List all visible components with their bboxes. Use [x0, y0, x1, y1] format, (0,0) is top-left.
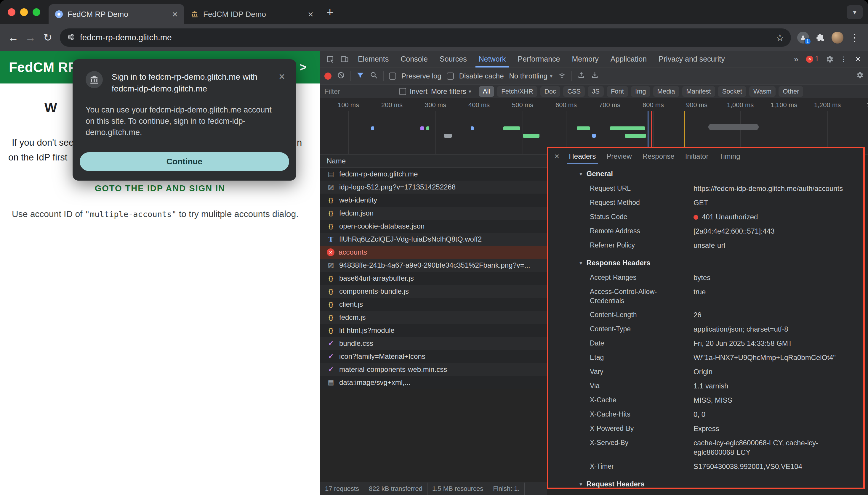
section-header[interactable]: ▾Response Headers	[548, 255, 863, 271]
filter-chip-doc[interactable]: Doc	[540, 86, 560, 97]
goto-idp-link[interactable]: GOTO THE IDP AND SIGN IN	[0, 184, 320, 193]
continue-button[interactable]: Continue	[80, 152, 289, 171]
new-tab-button[interactable]: +	[327, 6, 333, 19]
devtools-tab-application[interactable]: Application	[605, 51, 653, 68]
section-header[interactable]: ▾Request Headers	[548, 476, 863, 488]
devtools-tab-privacy-and-security[interactable]: Privacy and security	[653, 51, 731, 68]
headers-panel-tab-headers[interactable]: Headers	[564, 148, 601, 164]
filter-chip-css[interactable]: CSS	[563, 86, 585, 97]
filter-chip-js[interactable]: JS	[588, 86, 604, 97]
request-row[interactable]: {}client.js	[320, 298, 547, 311]
request-row[interactable]: {}open-cookie-database.json	[320, 220, 547, 233]
window-zoom-button[interactable]	[33, 8, 40, 16]
request-row[interactable]: {}web-identity	[320, 194, 547, 207]
filter-chip-socket[interactable]: Socket	[718, 86, 746, 97]
invert-checkbox[interactable]	[399, 88, 406, 95]
inspect-element-icon[interactable]	[323, 52, 337, 66]
window-minimize-button[interactable]	[20, 8, 28, 16]
timeline-overview[interactable]: 100 ms200 ms300 ms400 ms500 ms600 ms700 …	[320, 98, 868, 155]
request-row[interactable]: ✓material-components-web.min.css	[320, 363, 547, 376]
network-conditions-icon[interactable]	[558, 71, 566, 81]
tab-search-button[interactable]: ▾	[847, 5, 863, 19]
console-error-badge[interactable]: × 1	[803, 55, 822, 63]
profile-notification-icon[interactable]: 1	[795, 29, 812, 46]
reload-button[interactable]: ↻	[39, 29, 56, 46]
request-row[interactable]: ▤data:image/svg+xml,...	[320, 376, 547, 389]
devtools-settings-icon[interactable]	[822, 52, 837, 66]
device-toolbar-icon[interactable]	[337, 52, 352, 66]
more-filters-dropdown[interactable]: More filters ▾	[431, 87, 471, 96]
more-tabs-icon[interactable]: »	[790, 54, 803, 64]
request-row[interactable]: {}fedcm.json	[320, 207, 547, 220]
section-header[interactable]: ▾General	[548, 166, 863, 182]
address-bar[interactable]: fedcm-rp-demo.glitch.me ☆	[60, 29, 791, 47]
request-row[interactable]: {}fedcm.js	[320, 311, 547, 324]
bookmark-star-icon[interactable]: ☆	[775, 32, 784, 44]
headers-panel-tab-timing[interactable]: Timing	[714, 148, 745, 164]
account-note-suffix: to try mulitple accounts dialog.	[177, 209, 299, 219]
tab-close-icon[interactable]: ×	[308, 10, 314, 19]
fedcm-signin-dialog: Sign in to fedcm-rp-demo.glitch.me with …	[72, 59, 296, 181]
headers-panel-tab-initiator[interactable]: Initiator	[680, 148, 714, 164]
devtools-tab-performance[interactable]: Performance	[512, 51, 566, 68]
search-icon[interactable]	[370, 71, 378, 81]
filter-chip-img[interactable]: Img	[631, 86, 650, 97]
devtools-tab-network[interactable]: Network	[473, 51, 512, 68]
headers-panel-tab-preview[interactable]: Preview	[601, 148, 637, 164]
filter-chip-media[interactable]: Media	[653, 86, 679, 97]
clear-network-log-icon[interactable]	[337, 71, 345, 81]
export-har-icon[interactable]	[591, 71, 599, 81]
filter-chip-other[interactable]: Other	[779, 86, 803, 97]
name-column-header[interactable]: Name	[320, 155, 547, 168]
site-settings-icon[interactable]	[66, 33, 75, 42]
header-name: Accept-Ranges	[590, 273, 694, 282]
headers-section-general: ▾GeneralRequest URLhttps://fedcm-idp-dem…	[548, 166, 863, 253]
devtools-tab-sources[interactable]: Sources	[434, 51, 473, 68]
request-row[interactable]: ▨idp-logo-512.png?v=1713514252268	[320, 181, 547, 194]
disable-cache-checkbox[interactable]	[447, 72, 454, 80]
timeline-selection-pill[interactable]	[708, 124, 759, 130]
header-value-text: unsafe-url	[694, 241, 725, 249]
window-close-button[interactable]	[8, 8, 15, 16]
browser-tab-idp-demo[interactable]: FedCM IDP Demo ×	[184, 4, 320, 24]
filter-chip-all[interactable]: All	[479, 86, 494, 97]
filter-input[interactable]	[324, 87, 396, 96]
request-row[interactable]: {}base64url-arraybuffer.js	[320, 272, 547, 285]
headers-panel-tab-response[interactable]: Response	[637, 148, 680, 164]
tab-close-icon[interactable]: ×	[172, 10, 178, 19]
headers-panel-tab-bar: × HeadersPreviewResponseInitiatorTiming	[548, 148, 863, 164]
devtools-close-icon[interactable]: ×	[851, 52, 865, 66]
filter-chip-wasm[interactable]: Wasm	[749, 86, 776, 97]
fedcm-close-icon[interactable]: ×	[279, 70, 285, 83]
back-button[interactable]: ←	[5, 29, 22, 46]
request-row[interactable]: ▨94838ffe-241b-4a67-a9e0-290bfe34c351%2F…	[320, 259, 547, 272]
request-row[interactable]: ✓bundle.css	[320, 337, 547, 350]
profile-avatar[interactable]	[829, 29, 846, 46]
devtools-tab-memory[interactable]: Memory	[566, 51, 604, 68]
filter-toggle-icon[interactable]	[356, 71, 364, 81]
request-row[interactable]: ×accounts	[320, 246, 547, 259]
forward-button[interactable]: →	[22, 29, 39, 46]
network-settings-icon[interactable]	[855, 71, 864, 81]
request-row[interactable]: {}lit-html.js?module	[320, 324, 547, 337]
devtools-tab-console[interactable]: Console	[395, 51, 434, 68]
request-row[interactable]: TflUhRq6tzZclQEJ-Vdg-IuiaDsNcIhQ8tQ.woff…	[320, 233, 547, 246]
close-details-icon[interactable]: ×	[548, 151, 564, 161]
browser-menu-icon[interactable]: ⋮	[846, 29, 863, 46]
throttling-dropdown[interactable]: No throttling ▾	[509, 72, 552, 80]
filter-chip-manifest[interactable]: Manifest	[682, 86, 715, 97]
filter-chip-fetch-xhr[interactable]: Fetch/XHR	[497, 86, 537, 97]
request-row[interactable]: {}components-bundle.js	[320, 285, 547, 298]
devtools-tab-elements[interactable]: Elements	[352, 51, 395, 68]
preserve-log-checkbox[interactable]	[389, 72, 396, 80]
record-network-log-button[interactable]	[324, 72, 332, 80]
import-har-icon[interactable]	[577, 71, 585, 81]
browser-tab-rp-demo[interactable]: FedCM RP Demo ×	[49, 4, 184, 24]
devtools-menu-icon[interactable]: ⋮	[837, 52, 851, 66]
request-row[interactable]: ▤fedcm-rp-demo.glitch.me	[320, 168, 547, 181]
extensions-icon[interactable]	[812, 29, 829, 46]
filter-chip-font[interactable]: Font	[607, 86, 628, 97]
header-name: X-Timer	[590, 462, 694, 471]
url-text[interactable]: fedcm-rp-demo.glitch.me	[80, 33, 771, 42]
request-row[interactable]: ✓icon?family=Material+Icons	[320, 350, 547, 363]
